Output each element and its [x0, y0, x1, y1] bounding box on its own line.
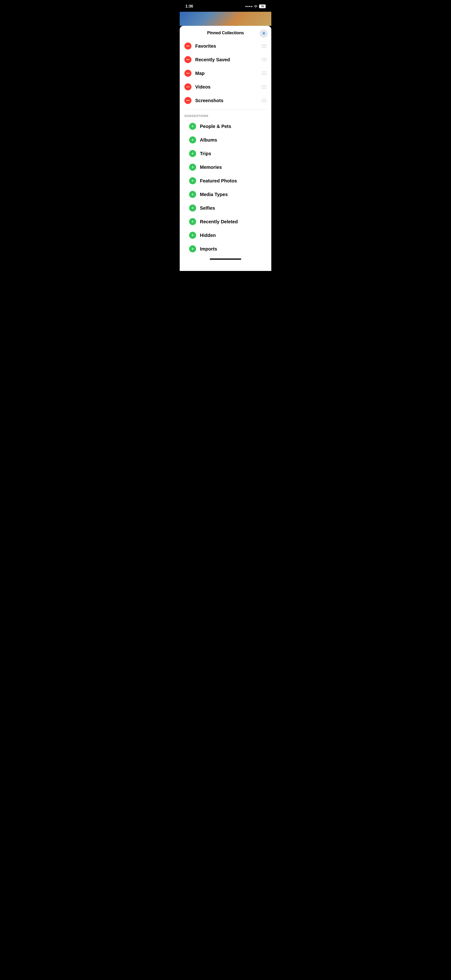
pinned-item-screenshots[interactable]: Screenshots [180, 94, 271, 107]
status-time: 1:36 [185, 4, 193, 9]
suggestions-section: SUGGESTIONS People & Pets Albums Trips M… [184, 109, 267, 256]
pinned-item-map-label: Map [195, 71, 258, 76]
close-button[interactable]: ✕ [260, 30, 268, 38]
pinned-item-recently-saved[interactable]: Recently Saved [180, 53, 271, 67]
add-recently-deleted-icon[interactable] [189, 218, 196, 225]
suggestion-media-types-label: Media Types [200, 192, 262, 197]
battery-indicator: 75 [259, 5, 266, 8]
suggestion-item-imports[interactable]: Imports [184, 242, 267, 256]
remove-map-icon[interactable] [184, 70, 191, 77]
add-memories-icon[interactable] [189, 164, 196, 171]
modal-title: Pinned Collections [207, 30, 244, 35]
add-imports-icon[interactable] [189, 245, 196, 252]
remove-screenshots-icon[interactable] [184, 97, 191, 104]
drag-handle-screenshots[interactable] [261, 99, 267, 102]
battery-level: 75 [259, 5, 266, 8]
add-trips-icon[interactable] [189, 150, 196, 157]
drag-handle-favorites[interactable] [261, 45, 267, 48]
suggestion-item-media-types[interactable]: Media Types [184, 188, 267, 201]
suggestion-item-people-pets[interactable]: People & Pets [184, 119, 267, 133]
pinned-item-favorites-label: Favorites [195, 43, 258, 49]
suggestion-item-memories[interactable]: Memories [184, 161, 267, 174]
pinned-item-videos[interactable]: Videos [180, 80, 271, 94]
drag-handle-videos[interactable] [261, 85, 267, 89]
modal-sheet: Pinned Collections ✕ Favorites Recently … [180, 26, 271, 271]
suggestion-item-albums[interactable]: Albums [184, 133, 267, 147]
status-icons: 75 [245, 5, 266, 8]
suggestion-hidden-label: Hidden [200, 233, 262, 238]
suggestion-recently-deleted-label: Recently Deleted [200, 219, 262, 224]
remove-videos-icon[interactable] [184, 83, 191, 91]
background-photo [180, 12, 271, 26]
close-icon: ✕ [262, 32, 265, 35]
suggestion-item-selfies[interactable]: Selfies [184, 201, 267, 215]
suggestion-featured-photos-label: Featured Photos [200, 178, 262, 184]
suggestion-albums-label: Albums [200, 137, 262, 143]
suggestion-item-trips[interactable]: Trips [184, 147, 267, 161]
pinned-item-recently-saved-label: Recently Saved [195, 57, 258, 62]
pinned-list: Favorites Recently Saved Map [180, 37, 271, 107]
status-bar: 1:36 75 [180, 0, 271, 12]
add-featured-photos-icon[interactable] [189, 177, 196, 184]
home-indicator [180, 256, 271, 262]
suggestion-selfies-label: Selfies [200, 205, 262, 211]
drag-handle-recently-saved[interactable] [261, 58, 267, 61]
add-albums-icon[interactable] [189, 137, 196, 143]
suggestion-item-featured-photos[interactable]: Featured Photos [184, 174, 267, 188]
suggestion-people-pets-label: People & Pets [200, 124, 262, 129]
suggestions-header: SUGGESTIONS [184, 114, 267, 119]
home-bar [210, 258, 241, 260]
suggestion-trips-label: Trips [200, 151, 262, 156]
suggestion-item-recently-deleted[interactable]: Recently Deleted [184, 215, 267, 228]
pinned-item-screenshots-label: Screenshots [195, 98, 258, 103]
signal-dots-icon [245, 6, 252, 7]
pinned-item-videos-label: Videos [195, 84, 258, 90]
suggestion-memories-label: Memories [200, 165, 262, 170]
add-hidden-icon[interactable] [189, 232, 196, 239]
pinned-item-map[interactable]: Map [180, 67, 271, 80]
add-media-types-icon[interactable] [189, 191, 196, 198]
wifi-icon [254, 5, 258, 8]
suggestion-item-hidden[interactable]: Hidden [184, 228, 267, 242]
suggestion-imports-label: Imports [200, 246, 262, 252]
add-people-pets-icon[interactable] [189, 123, 196, 130]
remove-recently-saved-icon[interactable] [184, 56, 191, 63]
drag-handle-map[interactable] [261, 72, 267, 75]
modal-header: Pinned Collections ✕ [180, 26, 271, 37]
pinned-item-favorites[interactable]: Favorites [180, 39, 271, 53]
phone-container: 1:36 75 Pinned Collections ✕ [180, 0, 271, 271]
remove-favorites-icon[interactable] [184, 43, 191, 49]
add-selfies-icon[interactable] [189, 205, 196, 212]
